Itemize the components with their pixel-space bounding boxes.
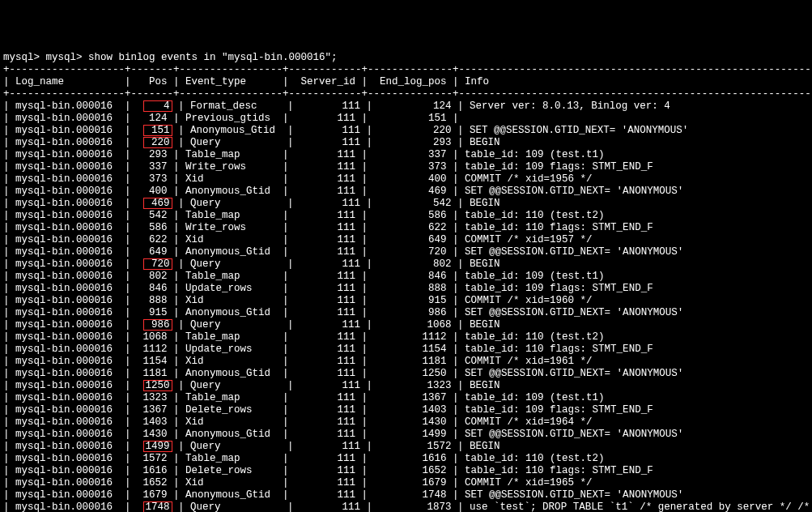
table-row: | mysql-bin.000016 | 622 | Xid | 111 | 6… (3, 234, 809, 246)
pos-highlight: 469 (143, 198, 172, 209)
table-row: | mysql-bin.000016 | 720 | Query | 111 |… (3, 258, 809, 271)
table-row: | mysql-bin.000016 | 1367 | Delete_rows … (3, 404, 809, 416)
table-row: | mysql-bin.000016 | 469 | Query | 111 |… (3, 198, 809, 210)
hr-top: +-------------------+-------+-----------… (3, 64, 809, 76)
table-row: | mysql-bin.000016 | 1572 | Table_map | … (3, 453, 809, 465)
table-row: | mysql-bin.000016 | 1323 | Table_map | … (3, 392, 809, 404)
table-row: | mysql-bin.000016 | 373 | Xid | 111 | 4… (3, 173, 809, 186)
table-row: | mysql-bin.000016 | 1499 | Query | 111 … (3, 441, 809, 453)
table-header: | Log_name | Pos | Event_type | Server_i… (3, 76, 809, 88)
table-row: | mysql-bin.000016 | 1250 | Query | 111 … (3, 380, 809, 392)
table-row: | mysql-bin.000016 | 400 | Anonymous_Gti… (3, 186, 809, 198)
table-row: | mysql-bin.000016 | 293 | Table_map | 1… (3, 149, 809, 161)
table-row: | mysql-bin.000016 | 1652 | Xid | 111 | … (3, 477, 809, 489)
pos-highlight: 1250 (143, 380, 172, 391)
table-row: | mysql-bin.000016 | 802 | Table_map | 1… (3, 271, 809, 283)
table-row: | mysql-bin.000016 | 124 | Previous_gtid… (3, 113, 809, 125)
pos-highlight: 986 (143, 319, 172, 331)
pos-highlight: 1499 (143, 441, 172, 452)
table-row: | mysql-bin.000016 | 337 | Write_rows | … (3, 161, 809, 173)
pos-highlight: 1748 (143, 501, 172, 512)
pos-highlight: 4 (143, 100, 172, 112)
table-row: | mysql-bin.000016 | 1068 | Table_map | … (3, 331, 809, 343)
table-row: | mysql-bin.000016 | 151 | Anonymous_Gti… (3, 125, 809, 137)
table-row: | mysql-bin.000016 | 1112 | Update_rows … (3, 343, 809, 356)
pos-highlight: 220 (143, 137, 172, 148)
table-row: | mysql-bin.000016 | 586 | Write_rows | … (3, 222, 809, 234)
table-row: | mysql-bin.000016 | 1616 | Delete_rows … (3, 465, 809, 477)
pos-highlight: 151 (143, 125, 172, 136)
hr-mid: +-------------------+-------+-----------… (3, 88, 809, 100)
table-row: | mysql-bin.000016 | 1748 | Query | 111 … (3, 501, 809, 512)
table-row: | mysql-bin.000016 | 915 | Anonymous_Gti… (3, 307, 809, 319)
table-row: | mysql-bin.000016 | 846 | Update_rows |… (3, 283, 809, 295)
table-row: | mysql-bin.000016 | 542 | Table_map | 1… (3, 210, 809, 222)
table-row: | mysql-bin.000016 | 220 | Query | 111 |… (3, 137, 809, 149)
table-row: | mysql-bin.000016 | 1403 | Xid | 111 | … (3, 416, 809, 429)
table-row: | mysql-bin.000016 | 649 | Anonymous_Gti… (3, 246, 809, 258)
pos-highlight: 720 (143, 258, 172, 270)
table-row: | mysql-bin.000016 | 986 | Query | 111 |… (3, 319, 809, 331)
table-row: | mysql-bin.000016 | 4 | Format_desc | 1… (3, 100, 809, 113)
table-row: | mysql-bin.000016 | 1430 | Anonymous_Gt… (3, 429, 809, 441)
table-row: | mysql-bin.000016 | 1679 | Anonymous_Gt… (3, 489, 809, 501)
table-row: | mysql-bin.000016 | 1154 | Xid | 111 | … (3, 356, 809, 368)
prompt-line[interactable]: mysql> mysql> show binlog events in "mys… (3, 52, 809, 64)
table-row: | mysql-bin.000016 | 1181 | Anonymous_Gt… (3, 368, 809, 380)
table-row: | mysql-bin.000016 | 888 | Xid | 111 | 9… (3, 295, 809, 307)
